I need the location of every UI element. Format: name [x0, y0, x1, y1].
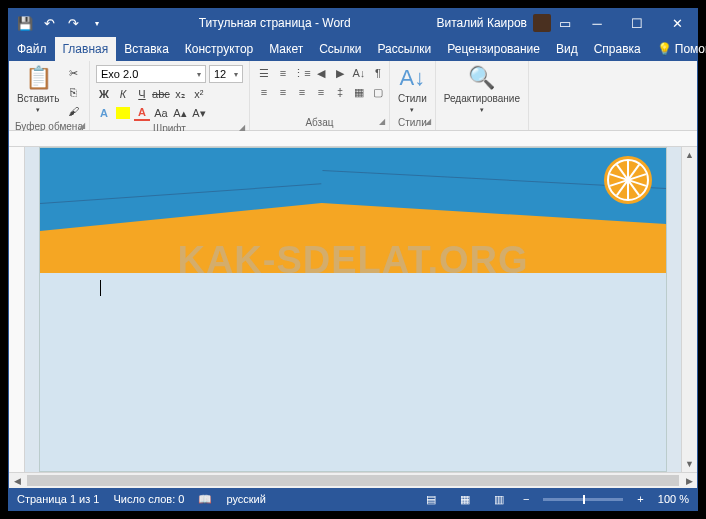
increase-indent-button[interactable]: ▶ — [332, 65, 348, 81]
change-case-button[interactable]: Aa — [153, 105, 169, 121]
document-area: ▲ ▼ — [9, 147, 697, 472]
cut-icon[interactable]: ✂ — [65, 65, 81, 81]
minimize-button[interactable]: ─ — [577, 9, 617, 37]
line-spacing-button[interactable]: ‡ — [332, 84, 348, 100]
proofing-icon[interactable]: 📖 — [198, 493, 212, 506]
tab-mailings[interactable]: Рассылки — [369, 37, 439, 61]
shrink-font-button[interactable]: A▾ — [191, 105, 207, 121]
ribbon: 📋 Вставить ▾ ✂ ⎘ 🖌 Буфер обмена◢ Exo 2.0… — [9, 61, 697, 131]
maximize-button[interactable]: ☐ — [617, 9, 657, 37]
zoom-in-button[interactable]: + — [637, 493, 643, 505]
clipboard-icon: 📋 — [25, 65, 52, 91]
close-button[interactable]: ✕ — [657, 9, 697, 37]
orange-slice-icon — [604, 156, 652, 204]
superscript-button[interactable]: x² — [191, 86, 207, 102]
paragraph-label: Абзац — [305, 117, 333, 128]
undo-icon[interactable]: ↶ — [41, 15, 57, 31]
ribbon-tabs: Файл Главная Вставка Конструктор Макет С… — [9, 37, 697, 61]
qat-dropdown-icon[interactable]: ▾ — [89, 15, 105, 31]
zoom-out-button[interactable]: − — [523, 493, 529, 505]
group-styles: A↓ Стили ▾ Стили◢ — [390, 61, 436, 130]
tab-file[interactable]: Файл — [9, 37, 55, 61]
user-name[interactable]: Виталий Каиров — [436, 16, 527, 30]
tellme-button[interactable]: 💡Помощн — [649, 37, 706, 61]
page-indicator[interactable]: Страница 1 из 1 — [17, 493, 99, 505]
borders-button[interactable]: ▢ — [370, 84, 386, 100]
tab-review[interactable]: Рецензирование — [439, 37, 548, 61]
tab-design[interactable]: Конструктор — [177, 37, 261, 61]
shading-button[interactable]: ▦ — [351, 84, 367, 100]
print-layout-button[interactable]: ▦ — [455, 491, 475, 507]
justify-button[interactable]: ≡ — [313, 84, 329, 100]
tab-view[interactable]: Вид — [548, 37, 586, 61]
user-avatar[interactable] — [533, 14, 551, 32]
redo-icon[interactable]: ↷ — [65, 15, 81, 31]
font-name-combo[interactable]: Exo 2.0▾ — [96, 65, 206, 83]
styles-label: Стили — [398, 117, 427, 128]
align-left-button[interactable]: ≡ — [256, 84, 272, 100]
format-painter-icon[interactable]: 🖌 — [65, 103, 81, 119]
vertical-ruler[interactable] — [9, 147, 25, 472]
save-icon[interactable]: 💾 — [17, 15, 33, 31]
paragraph-launcher-icon[interactable]: ◢ — [379, 117, 385, 126]
scroll-down-icon[interactable]: ▼ — [682, 456, 697, 472]
language-indicator[interactable]: русский — [226, 493, 265, 505]
bullets-button[interactable]: ☰ — [256, 65, 272, 81]
align-center-button[interactable]: ≡ — [275, 84, 291, 100]
text-cursor — [100, 280, 101, 296]
scroll-right-icon[interactable]: ▶ — [681, 473, 697, 488]
sort-button[interactable]: A↓ — [351, 65, 367, 81]
web-layout-button[interactable]: ▥ — [489, 491, 509, 507]
tab-layout[interactable]: Макет — [261, 37, 311, 61]
text-effects-button[interactable]: A — [96, 105, 112, 121]
document-viewport[interactable] — [25, 147, 681, 472]
titlebar: 💾 ↶ ↷ ▾ Титульная страница - Word Витали… — [9, 9, 697, 37]
horizontal-ruler[interactable] — [9, 131, 697, 147]
copy-icon[interactable]: ⎘ — [65, 84, 81, 100]
find-icon: 🔍 — [468, 65, 495, 91]
cover-header-image — [40, 148, 666, 273]
scroll-left-icon[interactable]: ◀ — [9, 473, 25, 488]
multilevel-button[interactable]: ⋮≡ — [294, 65, 310, 81]
group-editing: 🔍 Редактирование ▾ — [436, 61, 529, 130]
styles-launcher-icon[interactable]: ◢ — [425, 117, 431, 126]
styles-icon: A↓ — [400, 65, 426, 91]
scroll-up-icon[interactable]: ▲ — [682, 147, 697, 163]
show-marks-button[interactable]: ¶ — [370, 65, 386, 81]
tab-references[interactable]: Ссылки — [311, 37, 369, 61]
tab-insert[interactable]: Вставка — [116, 37, 177, 61]
zoom-slider[interactable] — [543, 498, 623, 501]
highlight-button[interactable] — [115, 105, 131, 121]
ribbon-options-icon[interactable]: ▭ — [557, 15, 573, 31]
bold-button[interactable]: Ж — [96, 86, 112, 102]
font-size-combo[interactable]: 12▾ — [209, 65, 243, 83]
tab-help[interactable]: Справка — [586, 37, 649, 61]
bulb-icon: 💡 — [657, 42, 672, 56]
read-mode-button[interactable]: ▤ — [421, 491, 441, 507]
decrease-indent-button[interactable]: ◀ — [313, 65, 329, 81]
page[interactable] — [39, 147, 667, 472]
editing-button[interactable]: 🔍 Редактирование ▾ — [442, 65, 522, 114]
clipboard-launcher-icon[interactable]: ◢ — [79, 121, 85, 130]
underline-button[interactable]: Ч — [134, 86, 150, 102]
italic-button[interactable]: К — [115, 86, 131, 102]
word-count[interactable]: Число слов: 0 — [113, 493, 184, 505]
zoom-level[interactable]: 100 % — [658, 493, 689, 505]
statusbar: Страница 1 из 1 Число слов: 0 📖 русский … — [9, 488, 697, 510]
group-clipboard: 📋 Вставить ▾ ✂ ⎘ 🖌 Буфер обмена◢ — [9, 61, 90, 130]
styles-button[interactable]: A↓ Стили ▾ — [396, 65, 429, 114]
numbering-button[interactable]: ≡ — [275, 65, 291, 81]
subscript-button[interactable]: x₂ — [172, 86, 188, 102]
paste-button[interactable]: 📋 Вставить ▾ — [15, 65, 61, 114]
tab-home[interactable]: Главная — [55, 37, 117, 61]
strike-button[interactable]: abc — [153, 86, 169, 102]
group-paragraph: ☰ ≡ ⋮≡ ◀ ▶ A↓ ¶ ≡ ≡ ≡ ≡ ‡ ▦ ▢ — [250, 61, 390, 130]
align-right-button[interactable]: ≡ — [294, 84, 310, 100]
grow-font-button[interactable]: A▴ — [172, 105, 188, 121]
window-title: Титульная страница - Word — [113, 16, 436, 30]
group-font: Exo 2.0▾ 12▾ Ж К Ч abc x₂ x² A A Aa A▴ — [90, 61, 250, 130]
font-color-button[interactable]: A — [134, 105, 150, 121]
app-window: 💾 ↶ ↷ ▾ Титульная страница - Word Витали… — [8, 8, 698, 511]
vertical-scrollbar[interactable]: ▲ ▼ — [681, 147, 697, 472]
horizontal-scrollbar[interactable]: ◀ ▶ — [9, 472, 697, 488]
